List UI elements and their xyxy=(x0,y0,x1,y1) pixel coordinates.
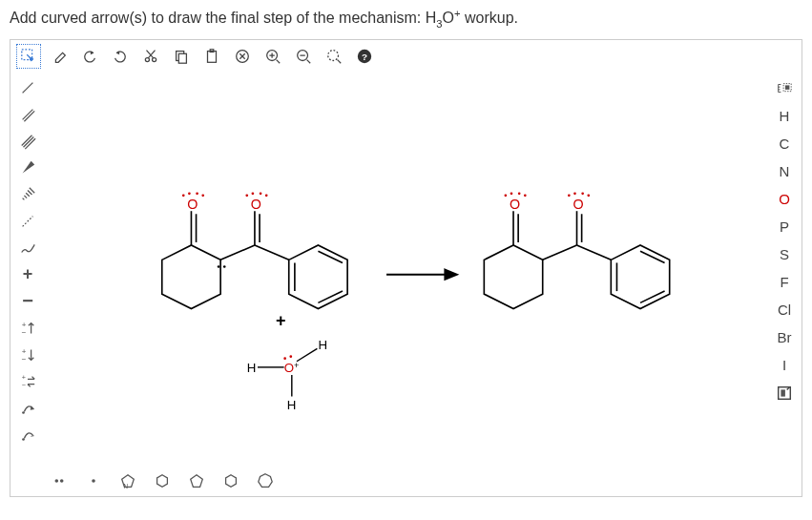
svg-point-42 xyxy=(218,265,220,268)
svg-point-30 xyxy=(182,194,185,197)
svg-line-70 xyxy=(297,348,317,361)
increase-charge-tool[interactable]: +− xyxy=(15,317,40,340)
nitrogen-ring-icon[interactable]: N xyxy=(117,470,138,491)
svg-text:N: N xyxy=(124,483,129,489)
svg-point-78 xyxy=(55,479,59,483)
periodic-table-icon[interactable] xyxy=(771,381,798,406)
svg-text:?: ? xyxy=(362,51,367,61)
dashed-bond-tool[interactable] xyxy=(15,210,40,233)
element-f[interactable]: F xyxy=(771,270,798,295)
svg-marker-27 xyxy=(162,245,220,308)
element-cl[interactable]: Cl xyxy=(771,298,798,322)
svg-point-41 xyxy=(265,194,268,197)
svg-point-55 xyxy=(518,192,521,195)
bottom-toolbar: N xyxy=(10,467,802,496)
svg-marker-16 xyxy=(23,160,35,173)
svg-point-63 xyxy=(581,192,584,195)
select-rect-icon[interactable] xyxy=(16,44,41,69)
svg-point-5 xyxy=(153,57,156,61)
svg-point-64 xyxy=(587,194,590,197)
svg-text:−: − xyxy=(22,328,27,337)
wavy-bond-tool[interactable] xyxy=(15,237,40,260)
hydronium-h1: H xyxy=(247,361,257,375)
eraser-icon[interactable] xyxy=(47,44,72,69)
left-toolbar: + − +− +− +− xyxy=(10,73,45,467)
half-arrow-tool[interactable] xyxy=(15,424,40,447)
stereo-tool-icon[interactable] xyxy=(771,76,798,101)
svg-point-79 xyxy=(60,479,64,483)
clear-icon[interactable] xyxy=(230,44,255,69)
equilibrium-tool[interactable]: +− xyxy=(15,370,40,393)
right-toolbar: H C N O P S F Cl Br I xyxy=(767,73,802,467)
drawing-canvas[interactable]: O O xyxy=(45,73,767,467)
svg-line-67 xyxy=(640,251,665,262)
element-n[interactable]: N xyxy=(771,159,798,184)
wedge-bond-tool[interactable] xyxy=(15,156,40,179)
svg-point-54 xyxy=(510,192,513,195)
svg-marker-49 xyxy=(445,269,456,279)
cycloheptane-icon[interactable] xyxy=(255,470,276,491)
triple-bond-tool[interactable] xyxy=(15,130,40,153)
svg-line-47 xyxy=(318,291,343,302)
copy-icon[interactable] xyxy=(169,44,194,69)
svg-point-38 xyxy=(245,194,248,197)
curved-arrow-tool[interactable] xyxy=(15,397,40,420)
element-i[interactable]: I xyxy=(771,353,798,378)
svg-rect-7 xyxy=(178,53,186,63)
svg-point-61 xyxy=(568,194,571,197)
svg-rect-8 xyxy=(208,51,217,62)
help-icon[interactable]: ? xyxy=(352,44,377,69)
svg-line-68 xyxy=(640,291,665,302)
cyclohexane-icon[interactable] xyxy=(220,470,241,491)
element-br[interactable]: Br xyxy=(771,325,798,350)
plus-sign: + xyxy=(276,311,286,331)
question-text: Add curved arrow(s) to draw the final st… xyxy=(0,0,812,39)
svg-marker-86 xyxy=(259,474,272,488)
svg-point-56 xyxy=(524,194,527,197)
element-h[interactable]: H xyxy=(771,104,798,129)
svg-point-13 xyxy=(328,50,339,60)
svg-marker-50 xyxy=(484,245,542,308)
element-c[interactable]: C xyxy=(771,132,798,156)
editor-frame: ? + − +− +− +− xyxy=(10,39,802,497)
svg-point-39 xyxy=(252,192,255,195)
hydronium-h2: H xyxy=(318,338,327,352)
oxygen-label-2: O xyxy=(251,197,261,212)
zoom-out-icon[interactable] xyxy=(291,44,316,69)
svg-point-4 xyxy=(145,57,149,61)
svg-rect-75 xyxy=(785,85,790,90)
cut-icon[interactable] xyxy=(138,44,163,69)
svg-point-73 xyxy=(289,355,292,358)
svg-marker-1 xyxy=(29,56,33,61)
svg-marker-85 xyxy=(226,475,237,488)
svg-text:−: − xyxy=(22,355,27,364)
svg-point-43 xyxy=(223,265,226,268)
zoom-fit-icon[interactable] xyxy=(322,44,346,69)
paste-icon[interactable] xyxy=(199,44,224,69)
hydronium-h3: H xyxy=(287,397,297,411)
element-s[interactable]: S xyxy=(771,242,798,267)
radical-icon[interactable] xyxy=(83,470,104,491)
element-p[interactable]: P xyxy=(771,215,798,239)
molecule-svg: O O xyxy=(45,73,767,467)
plus-charge-tool[interactable]: + xyxy=(15,263,40,286)
cyclopentane-icon[interactable] xyxy=(186,470,207,491)
top-toolbar: ? xyxy=(10,40,802,73)
hash-bond-tool[interactable] xyxy=(15,183,40,206)
zoom-in-icon[interactable] xyxy=(260,44,285,69)
hydronium-o: O+ xyxy=(284,360,300,374)
double-bond-tool[interactable] xyxy=(15,103,40,126)
decrease-charge-tool[interactable]: +− xyxy=(15,343,40,366)
svg-rect-77 xyxy=(781,389,785,396)
oxygen-label: O xyxy=(187,197,198,212)
undo-icon[interactable] xyxy=(77,44,102,69)
minus-charge-tool[interactable]: − xyxy=(15,290,40,313)
svg-text:−: − xyxy=(22,381,26,389)
svg-point-72 xyxy=(283,357,286,360)
single-bond-tool[interactable] xyxy=(15,76,40,99)
element-o[interactable]: O xyxy=(771,187,798,212)
benzene-icon[interactable] xyxy=(152,470,173,491)
svg-line-34 xyxy=(220,245,255,260)
lone-pair-icon[interactable] xyxy=(49,470,70,491)
redo-icon[interactable] xyxy=(108,44,133,69)
